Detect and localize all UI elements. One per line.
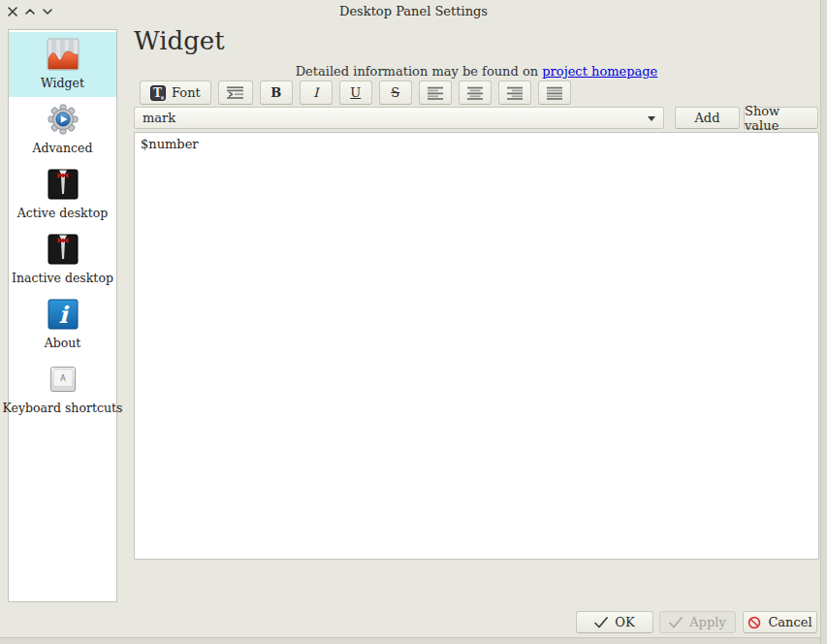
check-icon	[669, 617, 683, 628]
sidebar-item-label: Inactive desktop	[12, 271, 113, 285]
align-center-button[interactable]	[459, 80, 492, 105]
indent-button[interactable]	[218, 80, 253, 105]
window-frame-right	[820, 0, 827, 644]
cancel-button-label: Cancel	[768, 615, 811, 629]
widget-chart-icon	[47, 38, 80, 71]
sidebar-item-inactive-desktop[interactable]: Inactive desktop	[9, 227, 116, 292]
check-icon	[594, 617, 608, 628]
sidebar-item-label: Active desktop	[17, 206, 108, 220]
titlebar: Desktop Panel Settings	[0, 0, 827, 23]
svg-text:A: A	[60, 374, 66, 383]
align-left-button[interactable]	[419, 80, 452, 105]
apply-button[interactable]: Apply	[659, 611, 736, 633]
align-right-icon	[507, 86, 523, 100]
window-title: Desktop Panel Settings	[0, 0, 827, 23]
font-button-label: Font	[172, 85, 201, 100]
info-text: Detailed information may be found on	[296, 64, 538, 79]
indent-icon	[227, 85, 244, 101]
align-center-icon	[467, 86, 483, 100]
apply-button-label: Apply	[689, 615, 726, 629]
font-button[interactable]: T Font	[140, 80, 211, 105]
editor-content: $number	[141, 137, 199, 151]
info-icon: i	[47, 298, 80, 331]
sidebar-item-advanced[interactable]: Advanced	[9, 97, 116, 162]
sidebar-item-widget[interactable]: Widget	[9, 32, 116, 97]
format-toolbar: T Font B I U S	[140, 80, 571, 105]
sidebar-item-keyboard-shortcuts[interactable]: A Keyboard shortcuts	[9, 357, 116, 422]
tuxedo-icon	[47, 168, 80, 201]
sidebar-item-about[interactable]: i About	[9, 292, 116, 357]
sidebar-item-label: About	[45, 336, 81, 350]
align-justify-icon	[547, 86, 562, 100]
cancel-button[interactable]: Cancel	[743, 611, 817, 633]
align-right-button[interactable]	[498, 80, 531, 105]
widget-text-editor[interactable]: $number	[134, 132, 819, 560]
underline-button[interactable]: U	[339, 80, 372, 105]
tuxedo-icon	[47, 233, 80, 266]
sidebar: Widget	[8, 29, 117, 602]
italic-button[interactable]: I	[300, 80, 333, 105]
mark-combobox[interactable]: mark	[134, 107, 664, 129]
font-icon: T	[150, 85, 166, 101]
italic-glyph: I	[313, 85, 318, 100]
sidebar-item-label: Widget	[41, 76, 84, 90]
close-icon[interactable]	[6, 5, 19, 18]
ok-button-label: OK	[615, 615, 634, 629]
combo-dropdown-arrow-icon	[648, 116, 655, 121]
svg-text:T: T	[153, 86, 162, 100]
page-title: Widget	[134, 26, 225, 55]
bold-button[interactable]: B	[260, 80, 293, 105]
add-button[interactable]: Add	[675, 107, 740, 129]
align-left-icon	[428, 86, 443, 100]
info-line: Detailed information may be found on pro…	[134, 64, 819, 79]
gear-icon	[47, 103, 80, 136]
keyboard-key-icon: A	[47, 363, 80, 396]
project-homepage-link[interactable]: project homepage	[542, 64, 657, 79]
sidebar-item-active-desktop[interactable]: Active desktop	[9, 162, 116, 227]
chevron-up-icon[interactable]	[23, 5, 37, 18]
underline-glyph: U	[350, 85, 361, 100]
add-button-label: Add	[694, 111, 719, 125]
sidebar-item-label: Keyboard shortcuts	[3, 401, 123, 415]
cancel-slash-icon	[747, 616, 761, 629]
chevron-down-icon[interactable]	[41, 5, 54, 18]
show-value-button-label: Show value	[745, 104, 817, 133]
show-value-button[interactable]: Show value	[744, 107, 818, 129]
mark-combobox-value: mark	[143, 111, 175, 125]
sidebar-item-label: Advanced	[33, 141, 93, 155]
strikethrough-button[interactable]: S	[379, 80, 412, 105]
bold-glyph: B	[270, 85, 281, 100]
strikethrough-glyph: S	[391, 85, 399, 100]
align-justify-button[interactable]	[538, 80, 571, 105]
ok-button[interactable]: OK	[576, 611, 653, 633]
window-frame-bottom	[0, 637, 820, 644]
